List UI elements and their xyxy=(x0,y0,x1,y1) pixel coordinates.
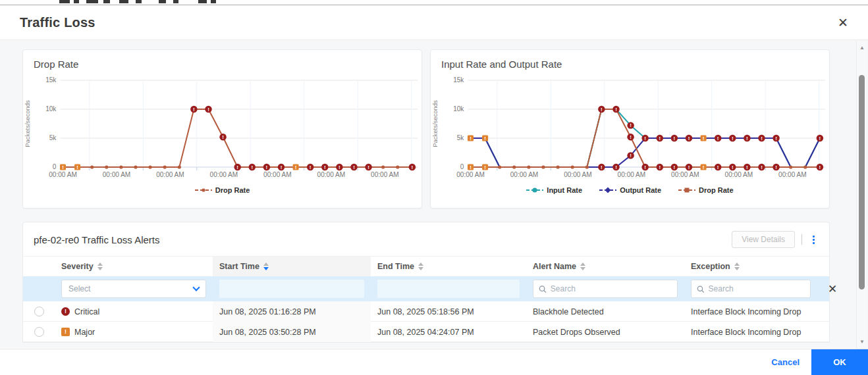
severity-filter-select[interactable]: Select xyxy=(61,280,206,298)
svg-text:!: ! xyxy=(367,164,369,170)
svg-text:!: ! xyxy=(412,164,414,170)
search-icon xyxy=(697,285,705,293)
svg-text:00:00 AM: 00:00 AM xyxy=(317,171,346,178)
kebab-menu-icon[interactable] xyxy=(809,234,819,245)
exception-value: Interface Block Incoming Drop xyxy=(684,322,817,342)
legend-item[interactable]: Drop Rate xyxy=(195,186,250,194)
svg-text:!: ! xyxy=(630,122,632,128)
svg-text:00:00 AM: 00:00 AM xyxy=(510,171,539,178)
scrollbar-thumb[interactable] xyxy=(859,75,865,289)
severity-critical-icon: ! xyxy=(61,307,70,316)
background-artifact xyxy=(103,0,110,3)
svg-text:!: ! xyxy=(703,164,705,170)
svg-text:!: ! xyxy=(717,164,719,170)
end-time-value: Jun 08, 2025 05:18:56 PM xyxy=(371,301,526,322)
scrollbar-down-arrow[interactable]: ▼ xyxy=(857,339,867,345)
legend-item[interactable]: Output Rate xyxy=(599,186,661,194)
legend-item[interactable]: Input Rate xyxy=(526,186,582,194)
clear-filters-icon[interactable]: ✕ xyxy=(824,283,841,295)
background-artifact xyxy=(173,0,178,3)
svg-text:10k: 10k xyxy=(45,105,57,113)
svg-text:!: ! xyxy=(644,164,646,170)
svg-text:00:00 AM: 00:00 AM xyxy=(456,171,485,178)
row-radio-button[interactable] xyxy=(34,307,44,316)
table-row[interactable]: !CriticalJun 08, 2025 01:16:28 PMJun 08,… xyxy=(23,301,829,322)
svg-text:!: ! xyxy=(324,164,326,170)
traffic-loss-modal: Traffic Loss ✕ Drop Rate 05k10k15k00:00 … xyxy=(0,0,868,375)
svg-text:!: ! xyxy=(674,164,676,170)
table-row[interactable]: !MajorJun 08, 2025 03:50:28 PMJun 08, 20… xyxy=(23,322,829,342)
vertical-scrollbar: ▲ ▼ xyxy=(856,41,867,349)
sort-icon xyxy=(580,262,585,270)
chart-title: Input Rate and Output Rate xyxy=(441,59,819,70)
end-time-filter[interactable] xyxy=(377,280,520,298)
svg-text:!: ! xyxy=(674,136,676,141)
legend-marker-icon xyxy=(678,187,695,193)
svg-text:!: ! xyxy=(76,164,78,170)
column-header-start-time[interactable]: Start Time xyxy=(213,257,371,276)
svg-text:0: 0 xyxy=(53,163,57,170)
sort-icon xyxy=(418,262,423,270)
table-header-row: SeverityStart TimeEnd TimeAlert NameExce… xyxy=(23,256,829,276)
svg-text:!: ! xyxy=(732,164,734,170)
svg-text:00:00 AM: 00:00 AM xyxy=(371,171,399,178)
modal-footer: Cancel OK xyxy=(0,349,868,375)
column-label: Severity xyxy=(61,262,94,271)
alert-name-search-input[interactable] xyxy=(551,284,672,293)
alert-name-value: Packet Drops Observed xyxy=(526,322,684,342)
background-content-strip xyxy=(0,0,868,5)
svg-text:!: ! xyxy=(62,164,64,170)
chart-title: Drop Rate xyxy=(34,59,411,70)
column-header-end-time[interactable]: End Time xyxy=(371,257,526,276)
drop-rate-chart-legend: Drop Rate xyxy=(23,182,421,199)
column-header-severity[interactable]: Severity xyxy=(55,257,213,276)
severity-filter-placeholder: Select xyxy=(68,284,90,293)
svg-text:15k: 15k xyxy=(453,76,464,84)
svg-text:!: ! xyxy=(688,136,690,141)
drop-rate-chart: 05k10k15k00:00 AM00:00 AM00:00 AM00:00 A… xyxy=(23,71,421,182)
svg-text:!: ! xyxy=(266,164,268,170)
end-time-value: Jun 08, 2025 04:24:07 PM xyxy=(371,322,526,342)
svg-text:00:00 AM: 00:00 AM xyxy=(210,171,238,178)
view-details-button[interactable]: View Details xyxy=(732,231,795,248)
svg-text:5k: 5k xyxy=(49,134,57,141)
background-artifact xyxy=(159,0,166,3)
ok-button[interactable]: OK xyxy=(811,349,868,375)
column-header-exception[interactable]: Exception xyxy=(684,257,817,276)
cancel-button[interactable]: Cancel xyxy=(759,357,811,367)
background-artifact xyxy=(86,0,98,3)
legend-label: Drop Rate xyxy=(215,186,250,194)
svg-text:!: ! xyxy=(236,164,238,170)
column-label: End Time xyxy=(377,262,414,271)
header-spacer xyxy=(817,257,830,276)
svg-text:!: ! xyxy=(746,164,748,170)
sort-icon xyxy=(97,262,103,270)
svg-text:!: ! xyxy=(630,153,632,159)
exception-value: Interface Block Incoming Drop xyxy=(684,301,817,322)
legend-item[interactable]: Drop Rate xyxy=(678,186,734,194)
background-artifact xyxy=(136,0,142,3)
legend-label: Drop Rate xyxy=(699,186,734,194)
svg-text:!: ! xyxy=(484,136,486,141)
svg-text:!: ! xyxy=(688,164,690,170)
scrollbar-up-arrow[interactable]: ▲ xyxy=(857,45,867,51)
svg-text:00:00 AM: 00:00 AM xyxy=(564,171,592,178)
svg-text:!: ! xyxy=(630,134,632,140)
severity-value: Critical xyxy=(74,307,99,316)
svg-text:!: ! xyxy=(353,164,355,170)
column-header-alert-name[interactable]: Alert Name xyxy=(526,257,684,276)
svg-text:!: ! xyxy=(761,136,763,141)
start-time-filter[interactable] xyxy=(219,280,364,298)
sort-icon xyxy=(734,262,740,270)
close-icon[interactable]: ✕ xyxy=(838,16,848,29)
input-output-rate-chart-legend: Input RateOutput RateDrop Rate xyxy=(431,182,829,199)
exception-search-input[interactable] xyxy=(709,284,805,293)
table-filter-row: Select ✕ xyxy=(23,276,829,301)
severity-value: Major xyxy=(74,328,95,337)
charts-row: Drop Rate 05k10k15k00:00 AM00:00 AM00:00… xyxy=(22,49,830,209)
svg-text:00:00 AM: 00:00 AM xyxy=(618,171,646,178)
svg-text:!: ! xyxy=(470,136,472,141)
background-artifact xyxy=(119,0,128,3)
row-radio-button[interactable] xyxy=(34,327,44,337)
svg-text:!: ! xyxy=(339,164,340,170)
